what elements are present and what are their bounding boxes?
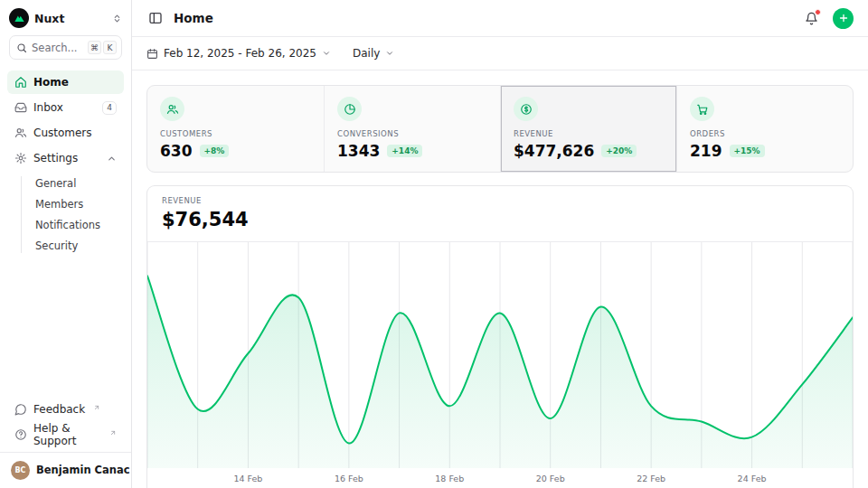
avatar: BC [11, 461, 30, 480]
main-content: Home Feb 12, 2025 - Feb 26, 2025 [132, 0, 868, 488]
stat-value: 1343 [337, 142, 380, 160]
chevron-down-icon [322, 49, 331, 58]
stat-delta-badge: +20% [601, 145, 637, 157]
external-link-icon [109, 429, 117, 436]
sidebar-item-label: Feedback [33, 403, 85, 416]
page-header: Home [132, 0, 868, 37]
k-key: K [103, 41, 117, 54]
sidebar-item-notifications[interactable]: Notifications [28, 215, 124, 235]
search-placeholder: Search... [32, 42, 77, 54]
sidebar-nav: Home Inbox 4 Customers Settings Ge [7, 70, 124, 256]
external-link-icon [93, 404, 100, 411]
notification-dot [815, 9, 821, 15]
stat-delta-badge: +15% [730, 145, 765, 157]
revenue-chart-svg [147, 242, 853, 468]
sidebar-item-settings[interactable]: Settings [7, 146, 124, 170]
sidebar-item-members[interactable]: Members [28, 194, 124, 214]
date-range-picker[interactable]: Feb 12, 2025 - Feb 26, 2025 [146, 47, 331, 60]
collapse-sidebar-button[interactable] [146, 9, 165, 27]
workspace-name: Nuxt [34, 12, 64, 25]
calendar-icon [146, 48, 158, 60]
sidebar-item-label: Home [33, 76, 69, 89]
dollar-circle-icon [514, 97, 538, 121]
gear-icon [14, 152, 27, 164]
settings-subnav: General Members Notifications Security [7, 174, 124, 256]
chevron-up-icon [107, 154, 117, 164]
stat-card-conversions[interactable]: CONVERSIONS 1343 +14% [324, 86, 500, 172]
sidebar-item-label: Inbox [33, 101, 63, 114]
cmd-key: ⌘ [88, 41, 101, 54]
stat-label: REVENUE [514, 129, 664, 138]
chevron-up-down-icon [112, 14, 122, 23]
sidebar-item-label: Customers [33, 127, 92, 139]
revenue-chart[interactable]: 14 Feb16 Feb18 Feb20 Feb22 Feb24 Feb [147, 242, 853, 488]
search-input[interactable]: Search... ⌘ K [9, 35, 122, 60]
add-button[interactable] [833, 8, 854, 29]
revenue-chart-card: REVENUE $76,544 14 Feb16 Feb18 Feb20 Feb… [146, 185, 854, 488]
x-axis-tick-label: 24 Feb [738, 474, 767, 483]
stats-row: CUSTOMERS 630 +8% CONVERSIONS 1343 +14% … [146, 85, 854, 173]
chart-x-axis: 14 Feb16 Feb18 Feb20 Feb22 Feb24 Feb [147, 468, 853, 488]
plus-icon [838, 13, 849, 23]
chevron-down-icon [385, 49, 394, 58]
x-axis-tick-label: 16 Feb [335, 474, 363, 483]
sidebar-item-security[interactable]: Security [28, 236, 124, 256]
help-circle-icon [14, 428, 27, 441]
filters-toolbar: Feb 12, 2025 - Feb 26, 2025 Daily [132, 37, 868, 70]
search-icon [16, 42, 27, 53]
stat-card-revenue[interactable]: REVENUE $477,626 +20% [500, 86, 676, 172]
panel-left-icon [148, 11, 163, 25]
sidebar-item-home[interactable]: Home [7, 70, 124, 94]
inbox-count-badge: 4 [102, 101, 117, 115]
cart-icon [690, 97, 714, 121]
home-icon [14, 76, 27, 89]
sidebar-item-customers[interactable]: Customers [7, 121, 124, 145]
x-axis-tick-label: 14 Feb [233, 474, 262, 483]
interval-value: Daily [353, 47, 380, 60]
stat-label: CUSTOMERS [160, 129, 311, 138]
users-icon [160, 97, 184, 121]
sidebar-item-inbox[interactable]: Inbox 4 [7, 96, 124, 119]
stat-label: CONVERSIONS [337, 129, 487, 138]
sidebar-item-feedback[interactable]: Feedback [7, 398, 124, 421]
inbox-icon [14, 101, 27, 114]
message-bubble-icon [14, 403, 27, 416]
workspace-selector[interactable]: Nuxt [0, 0, 131, 35]
sub-item-label: Members [35, 198, 83, 211]
user-name: Benjamin Canac [36, 464, 130, 476]
chart-header: REVENUE $76,544 [147, 186, 853, 242]
stat-value: 630 [160, 142, 193, 160]
interval-select[interactable]: Daily [353, 47, 394, 60]
sub-item-label: Notifications [35, 219, 100, 231]
sidebar-item-label: Settings [33, 152, 78, 164]
stat-value: 219 [690, 142, 722, 160]
user-menu[interactable]: BC Benjamin Canac [7, 457, 124, 483]
users-icon [14, 127, 27, 139]
page-title: Home [174, 11, 213, 25]
stat-label: ORDERS [690, 129, 840, 138]
sidebar-item-help-support[interactable]: Help & Support [7, 423, 124, 446]
sidebar-footer-nav: Feedback Help & Support [7, 398, 124, 446]
notifications-button[interactable] [803, 10, 820, 27]
chart-metric-label: REVENUE [162, 196, 838, 205]
sidebar: Nuxt Search... ⌘ K Home Inbox 4 [0, 0, 132, 488]
sidebar-user-section: BC Benjamin Canac [0, 452, 131, 488]
stat-delta-badge: +8% [200, 145, 230, 157]
date-range-value: Feb 12, 2025 - Feb 26, 2025 [164, 47, 316, 60]
stat-card-customers[interactable]: CUSTOMERS 630 +8% [147, 86, 324, 172]
chart-pie-icon [337, 97, 362, 121]
search-shortcut: ⌘ K [88, 41, 117, 54]
sub-item-label: General [35, 177, 76, 190]
stat-value: $477,626 [514, 142, 594, 160]
x-axis-tick-label: 18 Feb [435, 474, 464, 483]
stat-card-orders[interactable]: ORDERS 219 +15% [676, 86, 853, 172]
chart-metric-value: $76,544 [162, 209, 838, 230]
nuxt-logo-icon [9, 8, 29, 28]
stat-delta-badge: +14% [387, 145, 422, 157]
sidebar-item-label: Help & Support [33, 422, 101, 447]
x-axis-tick-label: 20 Feb [536, 474, 565, 483]
sub-item-label: Security [35, 239, 78, 252]
header-actions [803, 8, 854, 29]
x-axis-tick-label: 22 Feb [637, 474, 665, 483]
sidebar-item-general[interactable]: General [28, 174, 124, 193]
